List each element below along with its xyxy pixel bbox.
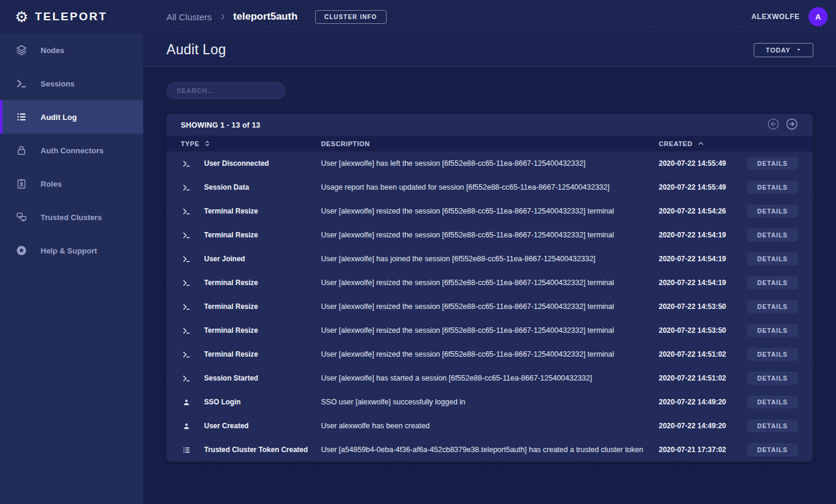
event-type: Terminal Resize [204, 326, 321, 335]
sidebar-item-nodes[interactable]: Nodes [0, 33, 143, 67]
details-button[interactable]: DETAILS [747, 443, 798, 456]
event-description: User [a54859b4-0eba-4f36-af6a-452cb8379e… [321, 446, 659, 454]
column-header-type[interactable]: TYPE [166, 140, 321, 149]
breadcrumb-all-clusters[interactable]: All Clusters [166, 12, 212, 22]
event-type: Terminal Resize [204, 279, 321, 287]
event-description: SSO user [alexwolfe] successfully logged… [321, 398, 659, 406]
event-type: User Disconnected [204, 159, 321, 168]
event-description: User [alexwolfe] has started a session [… [321, 374, 659, 382]
user-icon [166, 422, 204, 431]
event-type: Terminal Resize [204, 231, 321, 239]
sidebar-item-audit-log[interactable]: Audit Log [0, 100, 143, 134]
logo: ⚙ TELEPORT [0, 10, 143, 24]
date-range-label: TODAY [766, 47, 790, 54]
event-description: User [alexwolfe] resized the session [6f… [321, 350, 659, 358]
username-label: ALEXWOLFE [751, 13, 800, 21]
chevron-down-icon [796, 47, 801, 52]
showing-text: SHOWING 1 - 13 of 13 [181, 121, 260, 129]
prev-page-button[interactable] [767, 118, 780, 132]
terminal-icon [166, 231, 204, 240]
details-button[interactable]: DETAILS [747, 348, 798, 361]
sidebar-item-roles[interactable]: Roles [0, 167, 143, 200]
terminal-icon [166, 374, 204, 383]
logo-text: TELEPORT [35, 10, 107, 23]
event-created: 2020-07-22 14:53:50 [659, 302, 747, 311]
terminal-icon [15, 78, 28, 89]
content: SHOWING 1 - 13 of 13 TYPE DESCRIPTION [143, 67, 836, 504]
event-description: User [alexwolfe] resized the session [6f… [321, 279, 659, 287]
layers-icon [15, 44, 28, 56]
chevron-up-icon [697, 140, 705, 149]
event-type: Terminal Resize [204, 302, 321, 311]
table-row: Session Data Usage report has been updat… [166, 175, 813, 199]
event-description: User [alexwolfe] resized the session [6f… [321, 207, 659, 215]
help-icon [15, 245, 28, 256]
table-row: SSO Login SSO user [alexwolfe] successfu… [166, 390, 813, 414]
details-button[interactable]: DETAILS [747, 157, 798, 170]
sidebar-item-auth-connectors[interactable]: Auth Connectors [0, 134, 143, 167]
table-row: Trusted Cluster Token Created User [a548… [166, 438, 813, 462]
event-type: SSO Login [204, 398, 321, 406]
details-button[interactable]: DETAILS [747, 181, 798, 194]
event-description: Usage report has been updated for sessio… [321, 183, 659, 191]
terminal-icon [166, 255, 204, 264]
clipboard-user-icon [15, 178, 28, 190]
lock-icon [15, 144, 28, 156]
event-description: User alexwolfe has been created [321, 422, 659, 430]
table-row: Session Started User [alexwolfe] has sta… [166, 366, 813, 390]
details-button[interactable]: DETAILS [747, 395, 798, 409]
search-input[interactable] [166, 82, 286, 100]
table-row: Terminal Resize User [alexwolfe] resized… [166, 342, 813, 366]
date-range-button[interactable]: TODAY [754, 43, 813, 57]
event-created: 2020-07-21 17:37:02 [659, 446, 747, 454]
table-row: Terminal Resize User [alexwolfe] resized… [166, 223, 813, 247]
sidebar-item-sessions[interactable]: Sessions [0, 67, 143, 100]
event-created: 2020-07-22 14:54:19 [659, 255, 747, 263]
event-created: 2020-07-22 14:53:50 [659, 326, 747, 335]
details-button[interactable]: DETAILS [747, 205, 798, 218]
event-type: User Created [204, 422, 321, 430]
list-icon [166, 446, 204, 454]
details-button[interactable]: DETAILS [747, 372, 798, 385]
event-description: User [alexwolfe] resized the session [6f… [321, 326, 659, 335]
details-button[interactable]: DETAILS [747, 419, 798, 432]
table-row: Terminal Resize User [alexwolfe] resized… [166, 199, 813, 223]
sidebar-item-trusted-clusters[interactable]: Trusted Clusters [0, 200, 143, 234]
event-created: 2020-07-22 14:54:19 [659, 231, 747, 239]
event-created: 2020-07-22 14:51:02 [659, 374, 747, 382]
details-button[interactable]: DETAILS [747, 228, 798, 242]
table-row: User Joined User [alexwolfe] has joined … [166, 247, 813, 271]
event-created: 2020-07-22 14:49:20 [659, 398, 747, 406]
details-button[interactable]: DETAILS [747, 300, 798, 313]
arrow-left-circle-icon [767, 118, 780, 132]
terminal-icon [166, 183, 204, 192]
details-button[interactable]: DETAILS [747, 324, 798, 337]
clusters-icon [15, 211, 28, 223]
terminal-icon [166, 207, 204, 216]
event-type: User Joined [204, 255, 321, 263]
event-type: Terminal Resize [204, 207, 321, 215]
column-header-created[interactable]: CREATED [659, 140, 747, 149]
next-page-button[interactable] [785, 118, 798, 132]
sort-icon [203, 140, 211, 149]
terminal-icon [166, 159, 204, 168]
sidebar: Nodes Sessions Audit Log Auth Connectors… [0, 33, 143, 504]
event-type: Session Started [204, 374, 321, 382]
sidebar-item-help-support[interactable]: Help & Support [0, 234, 143, 267]
event-created: 2020-07-22 14:55:49 [659, 183, 747, 191]
avatar[interactable]: A [809, 7, 828, 26]
details-button[interactable]: DETAILS [747, 252, 798, 265]
teleport-gear-icon: ⚙ [15, 10, 28, 24]
list-icon [15, 111, 28, 123]
cluster-info-button[interactable]: CLUSTER INFO [315, 10, 387, 24]
terminal-icon [166, 302, 204, 311]
topbar-user-area: ALEXWOLFE A [751, 7, 836, 26]
event-type: Terminal Resize [204, 350, 321, 358]
table-row: Terminal Resize User [alexwolfe] resized… [166, 319, 813, 342]
chevron-right-icon [218, 13, 227, 21]
event-created: 2020-07-22 14:49:20 [659, 422, 747, 430]
table-row: Terminal Resize User [alexwolfe] resized… [166, 295, 813, 319]
table-toolbar: SHOWING 1 - 13 of 13 [166, 114, 813, 136]
details-button[interactable]: DETAILS [747, 276, 798, 289]
event-type: Trusted Cluster Token Created [204, 446, 321, 454]
